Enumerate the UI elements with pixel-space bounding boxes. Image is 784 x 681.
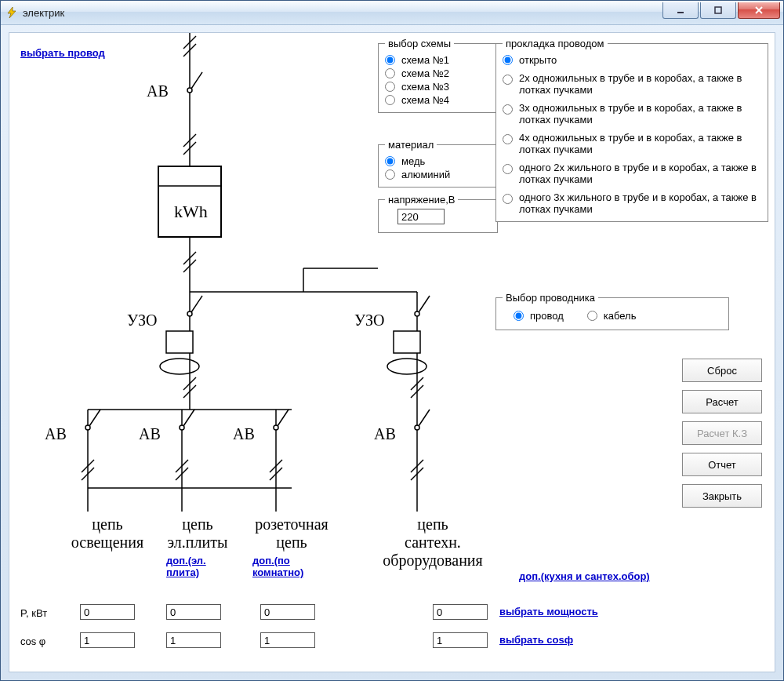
dop-kitchen-link[interactable]: доп.(кухня и сантех.обор): [519, 570, 650, 582]
svg-line-55: [278, 410, 289, 426]
svg-point-27: [160, 359, 199, 374]
wiring-option-6[interactable]: одного 3х жильного в трубе и в коробах, …: [503, 191, 761, 215]
cosf-input-1[interactable]: [80, 632, 135, 648]
conductor-legend: Выбор проводника: [503, 292, 598, 304]
circuit-diagram: [9, 33, 511, 566]
svg-line-10: [191, 72, 202, 89]
dop-komnatno-link[interactable]: доп.(по комнатно): [252, 555, 323, 578]
wiring-option-5[interactable]: одного 2х жильного в трубе и в коробах, …: [503, 162, 761, 185]
label-circuit-stove: цепь эл.плиты: [158, 515, 237, 552]
titlebar: электрик: [1, 1, 783, 25]
svg-point-36: [387, 359, 426, 374]
conductor-cable[interactable]: кабель: [587, 310, 637, 322]
select-cosf-link[interactable]: выбрать cosф: [499, 634, 573, 646]
conductor-group: Выбор проводника провод кабель: [495, 292, 729, 330]
svg-line-62: [419, 410, 430, 426]
svg-rect-26: [166, 331, 193, 353]
power-input-4[interactable]: [433, 604, 488, 620]
cosf-input-2[interactable]: [166, 632, 221, 648]
svg-line-49: [183, 410, 194, 426]
label-av-2: АВ: [139, 425, 161, 443]
wiring-option-2[interactable]: 2х одножильных в трубе и в коробах, а та…: [503, 72, 761, 96]
wiring-option-open[interactable]: открыто: [503, 54, 761, 66]
svg-line-43: [89, 410, 100, 426]
label-circuit-plumbing: цепь сантехн. оброрудования: [370, 515, 495, 570]
calc-kz-button[interactable]: Расчет К.З: [682, 421, 762, 445]
label-av-main: АВ: [147, 82, 169, 100]
select-power-link[interactable]: выбрать мощность: [499, 606, 598, 617]
app-window: электрик выбрать провод выбор схемы схем…: [0, 0, 784, 681]
label-uzo-right: УЗО: [354, 311, 384, 330]
client-area: выбрать провод выбор схемы схема №1 схем…: [9, 32, 775, 672]
app-title: электрик: [23, 7, 64, 19]
close-window-button[interactable]: [738, 2, 780, 19]
maximize-button[interactable]: [700, 2, 736, 19]
power-input-3[interactable]: [260, 604, 315, 620]
calc-button[interactable]: Расчет: [682, 390, 762, 413]
svg-rect-2: [715, 7, 721, 13]
wiring-group: прокладка проводом открыто 2х одножильны…: [495, 38, 768, 222]
minimize-button[interactable]: [662, 2, 699, 19]
wiring-option-4[interactable]: 4х одножильных в трубе и в коробах, а та…: [503, 132, 761, 155]
power-input-1[interactable]: [80, 604, 135, 620]
label-uzo-left: УЗО: [127, 311, 157, 330]
window-buttons: [662, 2, 780, 19]
svg-marker-0: [8, 7, 16, 18]
actions-stack: Сброс Расчет Расчет К.З Отчет Закрыть: [682, 359, 762, 508]
cosf-input-4[interactable]: [433, 632, 488, 648]
cosf-label: cos φ: [20, 635, 45, 647]
power-input-2[interactable]: [166, 604, 221, 620]
wiring-legend: прокладка проводом: [503, 38, 608, 49]
svg-line-33: [419, 296, 430, 312]
label-av-3: АВ: [233, 425, 255, 443]
svg-line-24: [191, 296, 202, 312]
report-button[interactable]: Отчет: [682, 453, 762, 476]
reset-button[interactable]: Сброс: [682, 359, 762, 382]
svg-rect-35: [394, 331, 420, 353]
label-circuit-outlet: розеточная цепь: [245, 515, 339, 552]
lightning-icon: [5, 6, 18, 19]
conductor-wire[interactable]: провод: [514, 310, 564, 322]
label-av-4: АВ: [374, 425, 396, 443]
label-av-1: АВ: [45, 425, 67, 443]
label-circuit-lighting: цепь освещения: [68, 515, 147, 552]
wiring-option-3[interactable]: 3х одножильных в трубе и в коробах, а та…: [503, 102, 761, 126]
svg-rect-1: [677, 12, 684, 13]
power-label: P, кВт: [20, 607, 47, 619]
dop-plita-link[interactable]: доп.(эл. плита): [166, 555, 229, 578]
label-kwh: kWh: [174, 202, 208, 222]
cosf-input-3[interactable]: [260, 632, 315, 648]
close-button[interactable]: Закрыть: [682, 484, 762, 508]
